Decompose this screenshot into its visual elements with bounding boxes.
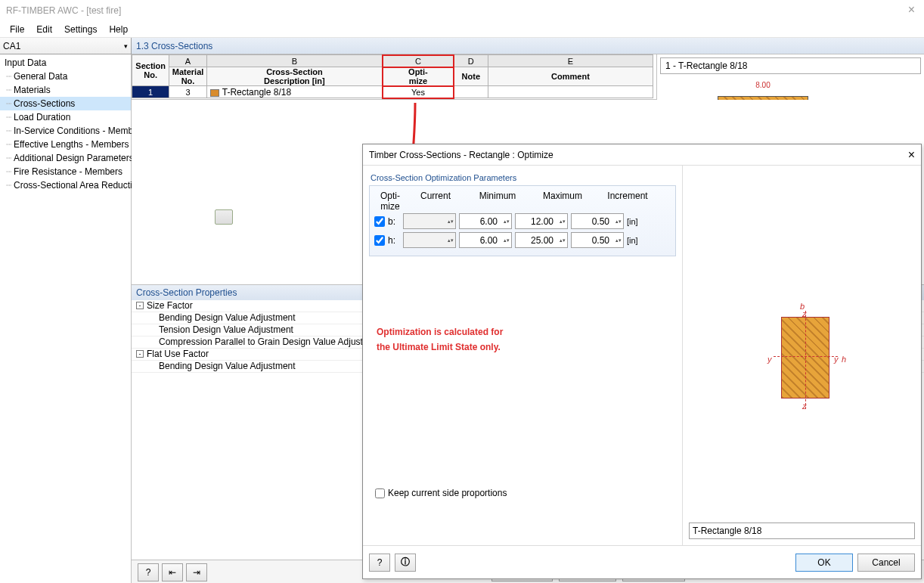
window-title: RF-TIMBER AWC - [test fire] — [6, 5, 121, 16]
cell-desc-text: T-Rectangle 8/18 — [222, 87, 291, 98]
unit-b: [in] — [627, 217, 642, 226]
input-b-current[interactable] — [403, 213, 456, 229]
preview-width-label: 8.00 — [718, 81, 808, 89]
nav-in-service[interactable]: In-Service Conditions - Members — [0, 124, 131, 138]
input-h-min[interactable]: 6.00 — [459, 232, 512, 248]
nav-load-duration[interactable]: Load Duration — [0, 110, 131, 124]
nav-cross-sections[interactable]: Cross-Sections — [0, 97, 131, 110]
import-button[interactable]: ⇤ — [162, 563, 183, 581]
axis-y-left: y — [767, 355, 772, 364]
col-letter-b[interactable]: B — [206, 55, 382, 67]
nav-eff-lengths[interactable]: Effective Lengths - Members — [0, 138, 131, 151]
checkbox-keep-proportions[interactable] — [375, 488, 385, 498]
col-letter-d[interactable]: D — [454, 55, 488, 67]
head-current: Current — [406, 191, 465, 212]
window-titlebar: RF-TIMBER AWC - [test fire] × — [0, 0, 924, 21]
section-title: 1.3 Cross-Sections — [132, 38, 924, 54]
input-b-inc[interactable]: 0.50 — [571, 213, 624, 229]
ok-button[interactable]: OK — [795, 554, 853, 572]
head-increment: Increment — [595, 191, 660, 212]
param-row-b: b: 6.00 12.00 0.50 [in] — [374, 213, 671, 229]
nav-fire-resistance[interactable]: Fire Resistance - Members — [0, 165, 131, 178]
nav-root[interactable]: Input Data — [0, 56, 131, 70]
menu-help[interactable]: Help — [104, 23, 133, 36]
label-b: b: — [388, 216, 400, 227]
optimize-dialog: Timber Cross-Sections - Rectangle : Opti… — [362, 144, 922, 579]
checkbox-h[interactable] — [374, 235, 385, 246]
input-h-current[interactable] — [403, 232, 456, 248]
col-comment[interactable]: Comment — [488, 67, 653, 86]
label-h: h: — [388, 235, 400, 246]
axis-z-line — [805, 311, 806, 409]
help-button[interactable]: ? — [138, 563, 159, 581]
dialog-close-icon[interactable]: × — [908, 148, 915, 162]
head-optimize: Opti-mize — [374, 191, 406, 212]
col-letter-c[interactable]: C — [383, 55, 454, 67]
cell-material-no[interactable]: 3 — [169, 86, 206, 98]
section-swatch-icon — [210, 89, 219, 97]
keep-proportions-row: Keep current side proportions — [369, 483, 676, 503]
dialog-titlebar: Timber Cross-Sections - Rectangle : Opti… — [363, 144, 921, 166]
col-note[interactable]: Note — [454, 67, 488, 86]
section-name-input[interactable] — [689, 523, 915, 539]
dialog-footer: ? ⓘ OK Cancel — [363, 545, 921, 578]
nav-area-reduction[interactable]: Cross-Sectional Area Reduction — [0, 178, 131, 192]
checkbox-b[interactable] — [374, 216, 385, 227]
input-b-min[interactable]: 6.00 — [459, 213, 512, 229]
dialog-info-button[interactable]: ⓘ — [395, 554, 416, 572]
col-desc[interactable]: Cross-SectionDescription [in] — [206, 67, 382, 86]
dialog-title-text: Timber Cross-Sections - Rectangle : Opti… — [369, 150, 553, 160]
cell-comment[interactable] — [488, 86, 653, 98]
collapse-icon[interactable]: - — [136, 350, 144, 358]
dim-h-label: h — [842, 355, 846, 364]
case-selector-value: CA1 — [3, 41, 20, 51]
library-icon[interactable] — [215, 209, 233, 225]
cell-optimize[interactable]: Yes — [383, 86, 454, 98]
input-h-max[interactable]: 25.00 — [515, 232, 568, 248]
group-title: Cross-Section Optimization Parameters — [369, 170, 676, 185]
keep-proportions-label: Keep current side proportions — [388, 488, 507, 498]
annotation-text: Optimization is calculated for the Ultim… — [369, 324, 676, 355]
col-section-no[interactable]: SectionNo. — [132, 55, 169, 86]
nav-tree: Input Data General Data Materials Cross-… — [0, 54, 132, 583]
col-letter-a[interactable]: A — [169, 55, 206, 67]
collapse-icon[interactable]: - — [136, 302, 144, 309]
menubar: File Edit Settings Help — [0, 21, 924, 38]
nav-add-params[interactable]: Additional Design Parameters — [0, 151, 131, 165]
col-letter-e[interactable]: E — [488, 55, 653, 67]
input-b-max[interactable]: 12.00 — [515, 213, 568, 229]
nav-materials[interactable]: Materials — [0, 83, 131, 97]
param-row-h: h: 6.00 25.00 0.50 [in] — [374, 232, 671, 248]
menu-edit[interactable]: Edit — [31, 23, 57, 36]
unit-h: [in] — [627, 236, 642, 245]
cancel-button[interactable]: Cancel — [857, 554, 915, 572]
input-h-inc[interactable]: 0.50 — [571, 232, 624, 248]
menu-file[interactable]: File — [5, 23, 29, 36]
menu-settings[interactable]: Settings — [59, 23, 102, 36]
export-button[interactable]: ⇥ — [186, 563, 207, 581]
dialog-preview: b h y y z z — [682, 166, 921, 545]
preview-title: 1 - T-Rectangle 8/18 — [660, 57, 921, 74]
dialog-help-button[interactable]: ? — [369, 554, 390, 572]
chevron-down-icon: ▾ — [124, 42, 128, 50]
optimization-group: Opti-mize Current Minimum Maximum Increm… — [369, 185, 676, 256]
head-minimum: Minimum — [465, 191, 530, 212]
close-icon[interactable]: × — [908, 3, 915, 17]
head-maximum: Maximum — [530, 191, 595, 212]
cell-note[interactable] — [454, 86, 488, 98]
cell-desc[interactable]: T-Rectangle 8/18 — [206, 86, 382, 98]
nav-general-data[interactable]: General Data — [0, 70, 131, 83]
col-material-no[interactable]: MaterialNo. — [169, 67, 206, 86]
case-selector[interactable]: CA1 ▾ — [0, 38, 132, 54]
col-optimize[interactable]: Opti-mize — [383, 67, 454, 86]
cell-section-no[interactable]: 1 — [132, 86, 169, 98]
